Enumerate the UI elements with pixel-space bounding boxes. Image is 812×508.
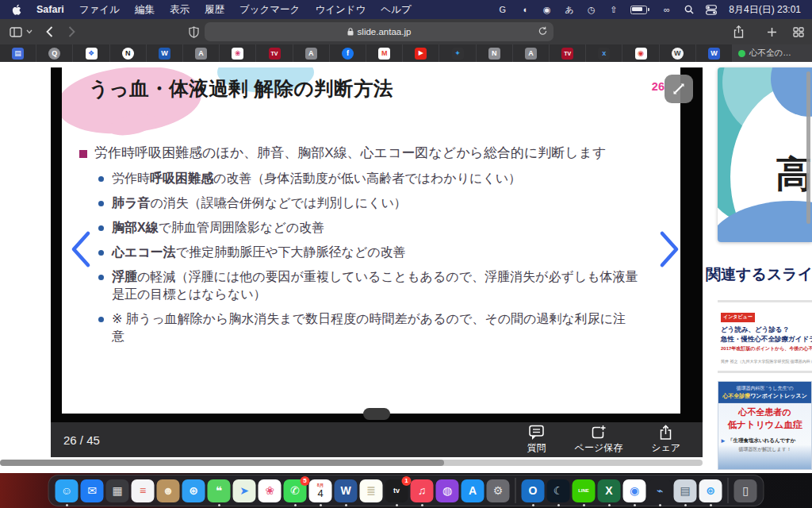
- pinned-tab-sakura[interactable]: ❀: [220, 44, 256, 62]
- active-tab[interactable]: 心不全の…: [733, 44, 812, 62]
- dock-contacts[interactable]: ☻: [157, 479, 180, 502]
- forward-button[interactable]: [63, 19, 79, 44]
- pinned-tab-w-blue[interactable]: W: [696, 44, 733, 62]
- control-center-icon[interactable]: [706, 5, 717, 15]
- input-source-icon[interactable]: あ: [564, 4, 574, 16]
- pinned-tab-notion-n[interactable]: N: [477, 44, 513, 62]
- menu-view[interactable]: 表示: [170, 3, 190, 17]
- dock-notes[interactable]: ≣: [360, 479, 383, 502]
- pinned-tab-facebook[interactable]: f: [330, 44, 366, 62]
- dock-trash[interactable]: ▯: [734, 479, 757, 502]
- dock-line[interactable]: LINE: [573, 479, 596, 502]
- back-button[interactable]: [41, 19, 57, 44]
- menu-app-name[interactable]: Safari: [36, 4, 64, 15]
- dock-mail[interactable]: ✉: [81, 479, 104, 502]
- dock-music[interactable]: ♫: [411, 479, 434, 502]
- pinned-tab-news-n[interactable]: N: [110, 44, 147, 62]
- related-slide-card-2[interactable]: 循環器内科医 “うし先生”の 心不全診療ワンポイントレッスン 心不全患者の 低ナ…: [718, 381, 812, 470]
- save-page-button[interactable]: ページ保存: [575, 425, 623, 455]
- save-page-icon: [590, 425, 607, 441]
- next-slide-button[interactable]: [655, 230, 684, 268]
- x-twitter-favicon: x: [598, 48, 610, 60]
- dock-outlook[interactable]: O: [522, 479, 545, 502]
- sidebar-chevron-icon[interactable]: [24, 19, 35, 44]
- new-tab-icon[interactable]: [763, 19, 780, 44]
- menu-file[interactable]: ファイル: [79, 3, 120, 17]
- privacy-shield-icon[interactable]: [186, 19, 201, 44]
- dock-safari-mini[interactable]: ⊛: [699, 479, 722, 502]
- question-button[interactable]: 質問: [527, 425, 546, 455]
- apple-menu-icon[interactable]: [11, 4, 21, 16]
- dock-activity[interactable]: ⌁: [649, 479, 672, 502]
- backup-arrow-icon[interactable]: ⇧: [608, 5, 619, 15]
- g-app-icon[interactable]: G: [497, 5, 508, 14]
- dock-preview[interactable]: ▤: [674, 479, 697, 502]
- dock-photos[interactable]: ❀: [259, 479, 282, 502]
- dock-launchpad[interactable]: ▦: [106, 479, 129, 502]
- dock-podcasts[interactable]: ◍: [436, 479, 459, 502]
- menu-clock[interactable]: 8月4日(日) 23:01: [729, 3, 801, 17]
- pinned-tab-wordpress[interactable]: W: [660, 44, 696, 62]
- dock-app-store[interactable]: A: [462, 479, 485, 502]
- menu-edit[interactable]: 編集: [135, 3, 155, 17]
- time-machine-icon[interactable]: ◷: [586, 5, 596, 15]
- horizontal-scrollbar-thumb[interactable]: [0, 460, 444, 466]
- running-indicator: [396, 504, 398, 506]
- pinned-tab-gmail[interactable]: M: [366, 44, 403, 62]
- pinned-tab-portal[interactable]: ❖: [73, 44, 109, 62]
- dock-safari[interactable]: ⊛: [182, 479, 205, 502]
- share-icon[interactable]: [730, 19, 747, 44]
- dock-calendar[interactable]: 8月4: [309, 479, 332, 502]
- battery-icon[interactable]: [630, 6, 649, 14]
- dock-finder[interactable]: ☺: [56, 479, 79, 502]
- pinned-tab-tver[interactable]: TV: [256, 44, 293, 62]
- pinned-tab-a-site[interactable]: A: [183, 44, 220, 62]
- dock-messages[interactable]: ❝: [208, 479, 231, 502]
- dock-facetime[interactable]: ✆5: [284, 479, 307, 502]
- line-status-icon[interactable]: ◖: [519, 5, 530, 14]
- tab-overview-icon[interactable]: [790, 19, 807, 44]
- sidecar-icon[interactable]: ∞: [661, 5, 672, 14]
- dock-apple-tv[interactable]: tv1: [385, 479, 408, 502]
- dock-excel[interactable]: X: [598, 479, 621, 502]
- pinned-tab-bluesky[interactable]: ✦: [439, 44, 476, 62]
- pinned-tab-bookmarks[interactable]: ▤: [0, 44, 36, 62]
- menu-bookmarks[interactable]: ブックマーク: [239, 3, 300, 17]
- previous-slide-button[interactable]: [67, 230, 95, 268]
- question-label: 質問: [527, 441, 546, 455]
- pinned-tab-x-twitter[interactable]: x: [586, 44, 622, 62]
- menu-help[interactable]: ヘルプ: [381, 3, 411, 17]
- running-indicator: [218, 504, 220, 506]
- pinned-tab-qiita[interactable]: Q: [36, 44, 73, 62]
- dock-maps[interactable]: ➤: [233, 479, 256, 502]
- pinned-tab-word-online[interactable]: W: [147, 44, 183, 62]
- search-icon[interactable]: [684, 5, 694, 14]
- horizontal-scrollbar[interactable]: [0, 460, 703, 466]
- refresh-icon[interactable]: [538, 26, 547, 37]
- fullscreen-button[interactable]: [665, 75, 693, 103]
- dock-word[interactable]: W: [335, 479, 358, 502]
- menu-history[interactable]: 履歴: [205, 3, 224, 17]
- pinned-tab-a-site-2[interactable]: A: [293, 44, 330, 62]
- address-bar[interactable]: slide.antaa.jp: [205, 22, 553, 41]
- share-button[interactable]: シェア: [651, 425, 680, 455]
- sub-bullet-text: 浮腫の軽減（浮腫には他の要因が重複していることもあるので、浮腫消失が必ずしも体液…: [112, 268, 638, 303]
- pinned-tab-red-eyes[interactable]: ◉: [622, 44, 659, 62]
- dock-kindle[interactable]: ☾: [547, 479, 570, 502]
- sub-bullet-text: 胸部X線で肺血管周囲陰影などの改善: [112, 219, 638, 237]
- next-slide-preview[interactable]: 高: [718, 67, 812, 242]
- related-slide-card-1[interactable]: インタビュー どう読み、どう診る？ 急性・慢性心不全診療ガイドラ 2017年改訂…: [718, 300, 812, 373]
- dock-chrome[interactable]: ◉: [623, 479, 646, 502]
- dock-reminders[interactable]: ≡: [132, 479, 155, 502]
- dock-settings[interactable]: ⚙: [487, 479, 510, 502]
- pinned-tab-youtube[interactable]: ▶: [403, 44, 439, 62]
- pinned-tab-tver-2[interactable]: TV: [550, 44, 586, 62]
- menu-window[interactable]: ウインドウ: [315, 3, 366, 17]
- pinned-tab-a-site-3[interactable]: A: [513, 44, 550, 62]
- app-store-icon: A: [462, 479, 485, 502]
- vertical-scrollbar-thumb[interactable]: [806, 71, 810, 224]
- wordpress-favicon: W: [672, 48, 684, 60]
- sidebar-toggle-icon[interactable]: [6, 19, 25, 44]
- play-circle-icon[interactable]: ◉: [542, 5, 552, 15]
- drag-handle[interactable]: [363, 408, 390, 420]
